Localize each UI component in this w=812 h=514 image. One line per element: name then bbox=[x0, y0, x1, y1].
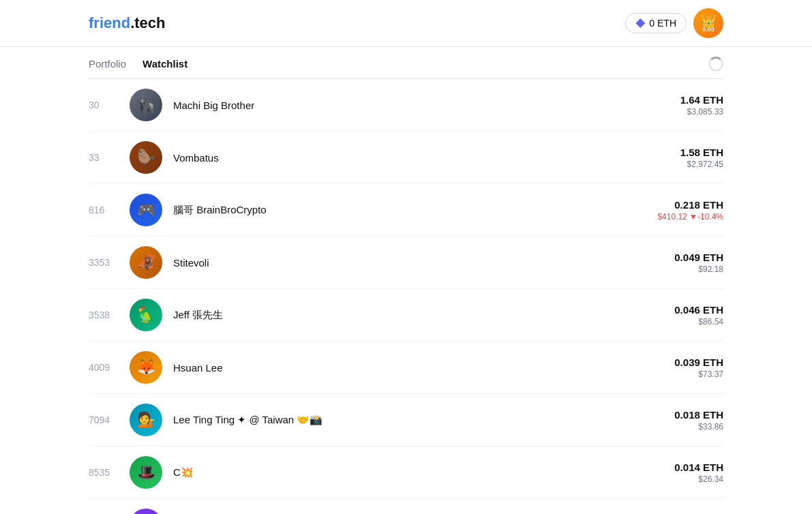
list-item[interactable]: 7094 💁 Lee Ting Ting ✦ @ Taiwan 🤝📸 0.018… bbox=[89, 394, 723, 447]
list-value: 0.046 ETH $86.54 bbox=[674, 304, 723, 327]
list-name: Hsuan Lee bbox=[173, 362, 674, 374]
list-value: 1.58 ETH $2,972.45 bbox=[680, 147, 723, 169]
list-rank: 33 bbox=[89, 152, 130, 163]
list-item[interactable]: 4009 🦊 Hsuan Lee 0.039 ETH $73.37 bbox=[89, 342, 723, 394]
list-usd: $73.37 bbox=[674, 369, 723, 379]
list-value: 0.049 ETH $92.18 bbox=[674, 252, 723, 274]
list-rank: 3538 bbox=[89, 309, 130, 320]
eth-diamond-icon bbox=[635, 18, 645, 28]
list-usd: $92.18 bbox=[674, 264, 723, 274]
logo-friend-text: friend bbox=[89, 14, 130, 31]
header: friend.tech 0 ETH 👑 0.00 bbox=[0, 0, 812, 47]
list-avatar: 🦜 bbox=[130, 299, 162, 331]
list-avatar: 🎩 bbox=[130, 456, 162, 489]
list-usd: $3,085.33 bbox=[680, 107, 723, 117]
list-avatar: 🦊 bbox=[130, 351, 162, 384]
list-name: 腦哥 BrainBroCrypto bbox=[173, 204, 657, 217]
list-item[interactable]: 33 🦫 Vombatus 1.58 ETH $2,972.45 bbox=[89, 132, 723, 184]
list-name: Jeff 張先生 bbox=[173, 309, 674, 322]
list-value: 0.014 ETH $26.34 bbox=[674, 462, 723, 484]
list-name: Machi Big Brother bbox=[173, 100, 680, 111]
logo[interactable]: friend.tech bbox=[89, 14, 166, 32]
list-rank: 8535 bbox=[89, 467, 130, 478]
list-value: 0.218 ETH $410.12 ▼-10.4% bbox=[657, 199, 723, 222]
list-eth: 1.58 ETH bbox=[680, 147, 723, 158]
list-eth: 0.046 ETH bbox=[674, 304, 723, 316]
list-eth: 0.039 ETH bbox=[674, 357, 723, 368]
logo-tech-text: tech bbox=[134, 14, 165, 31]
watchlist: 30 🦍 Machi Big Brother 1.64 ETH $3,085.3… bbox=[0, 79, 812, 514]
list-value: 0.039 ETH $73.37 bbox=[674, 357, 723, 379]
list-avatar: 🎭 bbox=[130, 509, 162, 514]
loading-spinner bbox=[708, 57, 723, 72]
header-right: 0 ETH 👑 0.00 bbox=[625, 8, 723, 38]
list-usd: $33.86 bbox=[674, 422, 723, 432]
list-item[interactable]: 3353 🦧 Stitevoli 0.049 ETH $92.18 bbox=[89, 237, 723, 289]
list-avatar: 🦍 bbox=[130, 89, 162, 121]
tab-watchlist[interactable]: Watchlist bbox=[142, 58, 187, 71]
list-name: Stitevoli bbox=[173, 257, 674, 269]
list-name: Lee Ting Ting ✦ @ Taiwan 🤝📸 bbox=[173, 414, 674, 426]
list-avatar: 🦧 bbox=[130, 246, 162, 279]
eth-balance-button[interactable]: 0 ETH bbox=[625, 13, 687, 33]
list-usd-change: $410.12 ▼-10.4% bbox=[657, 212, 723, 222]
list-name: C💥 bbox=[173, 466, 674, 479]
list-eth: 1.64 ETH bbox=[680, 94, 723, 106]
list-value: 0.018 ETH $33.86 bbox=[674, 409, 723, 432]
list-value: 1.64 ETH $3,085.33 bbox=[680, 94, 723, 117]
list-item[interactable]: 8535 🎩 C💥 0.014 ETH $26.34 bbox=[89, 447, 723, 499]
list-rank: 3353 bbox=[89, 257, 130, 268]
list-eth: 0.218 ETH bbox=[657, 199, 723, 211]
nav-tabs: Portfolio Watchlist bbox=[89, 58, 187, 71]
list-rank: 7094 bbox=[89, 414, 130, 425]
nav: Portfolio Watchlist bbox=[0, 47, 812, 78]
list-rank: 816 bbox=[89, 205, 130, 215]
crown-icon: 👑 bbox=[701, 14, 716, 27]
list-name: Vombatus bbox=[173, 152, 680, 164]
list-usd: $26.34 bbox=[674, 474, 723, 484]
list-usd: $86.54 bbox=[674, 317, 723, 327]
crown-badge[interactable]: 👑 0.00 bbox=[693, 8, 723, 38]
list-usd: $2,972.45 bbox=[680, 160, 723, 169]
list-eth: 0.018 ETH bbox=[674, 409, 723, 421]
crown-value: 0.00 bbox=[702, 27, 715, 33]
list-item[interactable]: 30 🦍 Machi Big Brother 1.64 ETH $3,085.3… bbox=[89, 79, 723, 132]
list-rank: 4009 bbox=[89, 362, 130, 373]
list-item[interactable]: 816 🎮 腦哥 BrainBroCrypto 0.218 ETH $410.1… bbox=[89, 184, 723, 237]
list-item[interactable]: 3538 🦜 Jeff 張先生 0.046 ETH $86.54 bbox=[89, 289, 723, 342]
list-item[interactable]: 15485 🎭 Tokuzo.eth 0.008 ETH $15.05 bbox=[89, 499, 723, 514]
list-rank: 30 bbox=[89, 100, 130, 110]
list-avatar: 🎮 bbox=[130, 194, 162, 226]
list-eth: 0.014 ETH bbox=[674, 462, 723, 473]
list-avatar: 🦫 bbox=[130, 141, 162, 174]
list-eth: 0.049 ETH bbox=[674, 252, 723, 263]
tab-portfolio[interactable]: Portfolio bbox=[89, 58, 126, 71]
list-avatar: 💁 bbox=[130, 404, 162, 436]
eth-balance-label: 0 ETH bbox=[649, 18, 676, 29]
